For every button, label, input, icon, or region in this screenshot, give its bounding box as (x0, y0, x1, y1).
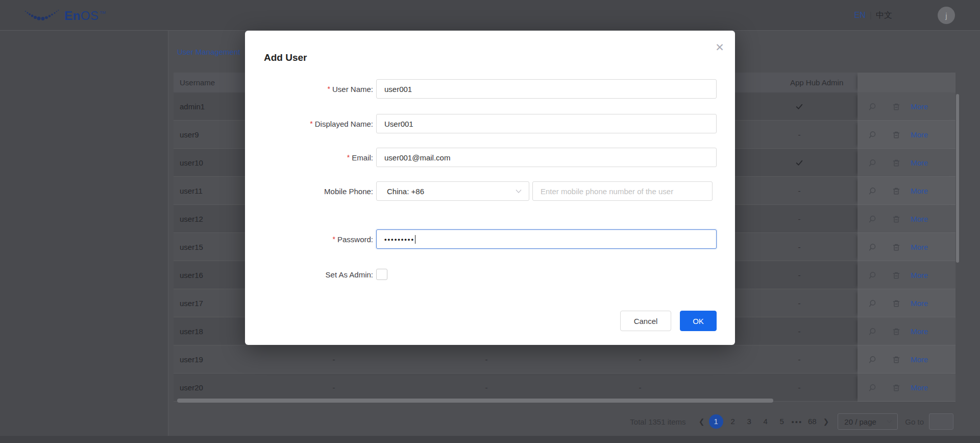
required-asterisk: * (310, 120, 312, 128)
more-link[interactable]: More (911, 289, 928, 317)
required-asterisk: * (333, 235, 335, 243)
pagination-total: Total 1351 items (630, 417, 685, 426)
goto-page-input[interactable] (929, 413, 953, 430)
email-field[interactable] (376, 148, 717, 167)
view-icon[interactable] (868, 130, 877, 139)
view-icon[interactable] (868, 271, 877, 280)
view-icon[interactable] (868, 299, 877, 308)
username-cell: user12 (180, 205, 203, 233)
view-icon[interactable] (868, 355, 877, 364)
table-row[interactable] (174, 374, 857, 402)
more-link[interactable]: More (911, 177, 928, 205)
view-icon[interactable] (868, 383, 877, 392)
app-hub-admin-cell: - (798, 177, 801, 205)
pagination-page-68[interactable]: 68 (805, 414, 819, 429)
pagination-page-1[interactable]: 1 (709, 414, 723, 429)
country-code-select[interactable]: China: +86 (376, 181, 529, 201)
country-code-value: China: +86 (387, 187, 424, 196)
lang-divider: | (870, 11, 872, 20)
more-link[interactable]: More (911, 205, 928, 233)
close-icon[interactable]: ✕ (712, 39, 728, 56)
delete-icon[interactable] (892, 383, 901, 392)
page-size-select[interactable]: 20 / page (838, 413, 898, 430)
delete-icon[interactable] (892, 299, 901, 308)
empty-cell: - (485, 345, 488, 374)
app-hub-admin-cell: - (798, 261, 801, 289)
mobile-phone-field[interactable] (532, 181, 713, 201)
more-link[interactable]: More (911, 345, 928, 374)
more-link[interactable]: More (911, 261, 928, 289)
delete-icon[interactable] (892, 243, 901, 252)
app-hub-admin-cell: - (798, 289, 801, 317)
text-cursor (415, 235, 415, 244)
user-name-label: * User Name: (245, 79, 373, 99)
cancel-button[interactable]: Cancel (620, 311, 671, 331)
view-icon[interactable] (868, 215, 877, 224)
more-link[interactable]: More (911, 317, 928, 345)
more-link[interactable]: More (911, 233, 928, 261)
enos-logo-text: EnOS (64, 9, 99, 23)
password-label: * Password: (245, 229, 373, 249)
username-cell: user11 (180, 177, 203, 205)
app-hub-admin-cell: - (798, 121, 801, 149)
username-cell: user17 (180, 289, 203, 317)
pagination-page-5[interactable]: 5 (775, 414, 789, 429)
delete-icon[interactable] (892, 102, 901, 111)
enos-logo-swoosh (23, 8, 60, 24)
delete-icon[interactable] (892, 327, 901, 336)
empty-cell: - (333, 374, 335, 402)
pagination-page-3[interactable]: 3 (743, 414, 756, 429)
delete-icon[interactable] (892, 130, 901, 139)
delete-icon[interactable] (892, 271, 901, 280)
lang-zh-link[interactable]: 中文 (876, 10, 892, 21)
lang-en-link[interactable]: EN (854, 11, 866, 20)
app-hub-admin-cell: - (798, 317, 801, 345)
app-hub-admin-cell: - (798, 345, 801, 374)
more-link[interactable]: More (911, 121, 928, 149)
enos-logo-tm: TM (100, 10, 106, 15)
required-asterisk: * (347, 153, 350, 161)
page-size-value: 20 / page (844, 417, 876, 426)
displayed-name-field[interactable] (376, 114, 717, 133)
delete-icon[interactable] (892, 158, 901, 168)
password-masked-value: ••••••••• (384, 236, 414, 243)
pagination-page-2[interactable]: 2 (726, 414, 740, 429)
delete-icon[interactable] (892, 355, 901, 364)
empty-cell: - (639, 345, 642, 374)
password-field[interactable]: ••••••••• (376, 229, 717, 249)
modal-title: Add User (264, 52, 307, 63)
view-icon[interactable] (868, 158, 877, 168)
more-link[interactable]: More (911, 92, 928, 121)
set-as-admin-checkbox[interactable] (376, 269, 387, 280)
app-hub-admin-cell: - (798, 233, 801, 261)
horizontal-scrollbar[interactable] (177, 399, 773, 403)
pagination-next-button[interactable]: ❯ (820, 417, 831, 426)
vertical-scrollbar[interactable] (956, 94, 959, 263)
check-icon (795, 102, 804, 113)
more-link[interactable]: More (911, 149, 928, 177)
pagination-prev-button[interactable]: ❮ (696, 417, 707, 426)
pagination: Total 1351 items ❮ 12345•••68 ❯ 20 / pag… (630, 413, 953, 430)
delete-icon[interactable] (892, 215, 901, 224)
empty-cell: - (485, 374, 488, 402)
view-icon[interactable] (868, 186, 877, 196)
delete-icon[interactable] (892, 186, 901, 196)
view-icon[interactable] (868, 243, 877, 252)
avatar[interactable]: j (938, 7, 955, 24)
user-name-field[interactable] (376, 79, 717, 99)
pagination-ellipsis[interactable]: ••• (792, 417, 803, 426)
enos-console: EnOS TM EN | 中文 j Cluster Management Org… (0, 0, 980, 443)
more-link[interactable]: More (911, 374, 928, 402)
username-cell: user10 (180, 149, 203, 177)
pagination-page-4[interactable]: 4 (759, 414, 772, 429)
ok-button[interactable]: OK (680, 311, 717, 331)
empty-cell: - (639, 374, 642, 402)
view-icon[interactable] (868, 102, 877, 111)
view-icon[interactable] (868, 327, 877, 336)
email-label: * Email: (245, 148, 373, 167)
username-cell: user18 (180, 317, 203, 345)
table-row[interactable] (174, 345, 857, 374)
avatar-letter: j (945, 11, 947, 20)
check-icon (795, 158, 804, 169)
username-cell: admin1 (180, 92, 205, 121)
